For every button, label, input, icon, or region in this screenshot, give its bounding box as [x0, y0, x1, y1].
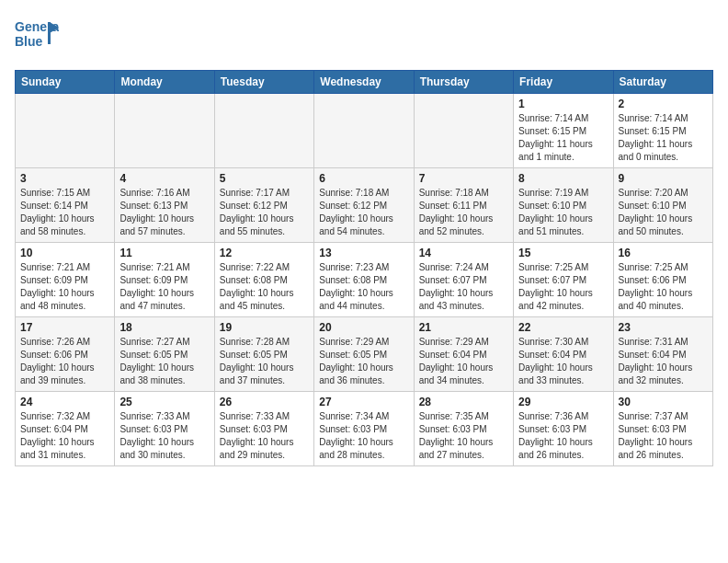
- day-number: 28: [419, 396, 508, 408]
- day-info: Sunrise: 7:23 AM Sunset: 6:08 PM Dayligh…: [319, 261, 408, 313]
- calendar-cell: [214, 94, 313, 168]
- day-info: Sunrise: 7:14 AM Sunset: 6:15 PM Dayligh…: [518, 112, 608, 164]
- weekday-header-saturday: Saturday: [613, 71, 712, 94]
- calendar-table: SundayMondayTuesdayWednesdayThursdayFrid…: [15, 70, 713, 466]
- day-number: 18: [119, 321, 209, 334]
- calendar-cell: 27Sunrise: 7:34 AM Sunset: 6:03 PM Dayli…: [314, 392, 414, 466]
- calendar-cell: 15Sunrise: 7:25 AM Sunset: 6:07 PM Dayli…: [514, 243, 613, 317]
- calendar-cell: [414, 94, 513, 168]
- day-info: Sunrise: 7:17 AM Sunset: 6:12 PM Dayligh…: [220, 187, 309, 238]
- day-number: 26: [220, 396, 309, 408]
- calendar-cell: 11Sunrise: 7:21 AM Sunset: 6:09 PM Dayli…: [115, 243, 214, 317]
- weekday-header-row: SundayMondayTuesdayWednesdayThursdayFrid…: [16, 71, 713, 94]
- day-number: 27: [319, 396, 408, 408]
- day-number: 30: [619, 396, 708, 408]
- day-number: 10: [20, 247, 109, 259]
- calendar-cell: 12Sunrise: 7:22 AM Sunset: 6:08 PM Dayli…: [214, 243, 313, 317]
- day-number: 11: [119, 247, 209, 259]
- day-info: Sunrise: 7:14 AM Sunset: 6:15 PM Dayligh…: [619, 112, 708, 164]
- day-number: 20: [319, 321, 408, 334]
- day-number: 12: [220, 247, 309, 259]
- svg-text:Blue: Blue: [15, 34, 43, 49]
- day-number: 14: [419, 247, 508, 259]
- calendar-cell: 5Sunrise: 7:17 AM Sunset: 6:12 PM Daylig…: [214, 168, 313, 243]
- day-info: Sunrise: 7:31 AM Sunset: 6:04 PM Dayligh…: [619, 336, 708, 387]
- day-info: Sunrise: 7:34 AM Sunset: 6:03 PM Dayligh…: [319, 410, 408, 462]
- day-number: 2: [619, 98, 708, 110]
- logo: General Blue: [15, 15, 59, 59]
- calendar-cell: 8Sunrise: 7:19 AM Sunset: 6:10 PM Daylig…: [514, 168, 613, 243]
- calendar-cell: 14Sunrise: 7:24 AM Sunset: 6:07 PM Dayli…: [414, 243, 513, 317]
- day-number: 15: [518, 247, 608, 259]
- day-info: Sunrise: 7:28 AM Sunset: 6:05 PM Dayligh…: [220, 336, 309, 387]
- calendar-week-row: 3Sunrise: 7:15 AM Sunset: 6:14 PM Daylig…: [16, 168, 713, 243]
- calendar-cell: 4Sunrise: 7:16 AM Sunset: 6:13 PM Daylig…: [115, 168, 214, 243]
- calendar-cell: 24Sunrise: 7:32 AM Sunset: 6:04 PM Dayli…: [16, 392, 115, 466]
- calendar-cell: 13Sunrise: 7:23 AM Sunset: 6:08 PM Dayli…: [314, 243, 414, 317]
- day-info: Sunrise: 7:32 AM Sunset: 6:04 PM Dayligh…: [20, 410, 109, 462]
- weekday-header-wednesday: Wednesday: [314, 71, 414, 94]
- page-header: General Blue: [15, 15, 713, 59]
- day-number: 3: [20, 172, 109, 185]
- day-info: Sunrise: 7:18 AM Sunset: 6:11 PM Dayligh…: [419, 187, 508, 238]
- calendar-cell: 1Sunrise: 7:14 AM Sunset: 6:15 PM Daylig…: [514, 94, 613, 168]
- calendar-cell: 19Sunrise: 7:28 AM Sunset: 6:05 PM Dayli…: [214, 317, 313, 392]
- day-info: Sunrise: 7:21 AM Sunset: 6:09 PM Dayligh…: [20, 261, 109, 313]
- day-number: 5: [220, 172, 309, 185]
- day-info: Sunrise: 7:21 AM Sunset: 6:09 PM Dayligh…: [119, 261, 209, 313]
- svg-rect-3: [48, 22, 51, 44]
- calendar-cell: 7Sunrise: 7:18 AM Sunset: 6:11 PM Daylig…: [414, 168, 513, 243]
- calendar-week-row: 1Sunrise: 7:14 AM Sunset: 6:15 PM Daylig…: [16, 94, 713, 168]
- day-number: 16: [619, 247, 708, 259]
- calendar-cell: 25Sunrise: 7:33 AM Sunset: 6:03 PM Dayli…: [115, 392, 214, 466]
- calendar-cell: [314, 94, 414, 168]
- day-number: 13: [319, 247, 408, 259]
- calendar-week-row: 24Sunrise: 7:32 AM Sunset: 6:04 PM Dayli…: [16, 392, 713, 466]
- day-info: Sunrise: 7:25 AM Sunset: 6:06 PM Dayligh…: [619, 261, 708, 313]
- day-info: Sunrise: 7:18 AM Sunset: 6:12 PM Dayligh…: [319, 187, 408, 238]
- day-info: Sunrise: 7:25 AM Sunset: 6:07 PM Dayligh…: [518, 261, 608, 313]
- calendar-cell: 30Sunrise: 7:37 AM Sunset: 6:03 PM Dayli…: [613, 392, 712, 466]
- day-info: Sunrise: 7:33 AM Sunset: 6:03 PM Dayligh…: [220, 410, 309, 462]
- weekday-header-thursday: Thursday: [414, 71, 513, 94]
- day-info: Sunrise: 7:15 AM Sunset: 6:14 PM Dayligh…: [20, 187, 109, 238]
- calendar-cell: [16, 94, 115, 168]
- calendar-cell: 6Sunrise: 7:18 AM Sunset: 6:12 PM Daylig…: [314, 168, 414, 243]
- logo-icon: General Blue: [15, 15, 59, 59]
- day-info: Sunrise: 7:29 AM Sunset: 6:05 PM Dayligh…: [319, 336, 408, 387]
- calendar-cell: 2Sunrise: 7:14 AM Sunset: 6:15 PM Daylig…: [613, 94, 712, 168]
- day-info: Sunrise: 7:33 AM Sunset: 6:03 PM Dayligh…: [119, 410, 209, 462]
- day-number: 17: [20, 321, 109, 334]
- day-number: 4: [119, 172, 209, 185]
- day-info: Sunrise: 7:36 AM Sunset: 6:03 PM Dayligh…: [518, 410, 608, 462]
- day-number: 25: [119, 396, 209, 408]
- calendar-cell: 28Sunrise: 7:35 AM Sunset: 6:03 PM Dayli…: [414, 392, 513, 466]
- calendar-cell: [115, 94, 214, 168]
- calendar-cell: 26Sunrise: 7:33 AM Sunset: 6:03 PM Dayli…: [214, 392, 313, 466]
- day-number: 6: [319, 172, 408, 185]
- day-number: 8: [518, 172, 608, 185]
- calendar-cell: 21Sunrise: 7:29 AM Sunset: 6:04 PM Dayli…: [414, 317, 513, 392]
- day-number: 1: [518, 98, 608, 110]
- calendar-cell: 18Sunrise: 7:27 AM Sunset: 6:05 PM Dayli…: [115, 317, 214, 392]
- day-number: 21: [419, 321, 508, 334]
- day-number: 19: [220, 321, 309, 334]
- weekday-header-tuesday: Tuesday: [214, 71, 313, 94]
- day-info: Sunrise: 7:29 AM Sunset: 6:04 PM Dayligh…: [419, 336, 508, 387]
- day-info: Sunrise: 7:16 AM Sunset: 6:13 PM Dayligh…: [119, 187, 209, 238]
- calendar-cell: 9Sunrise: 7:20 AM Sunset: 6:10 PM Daylig…: [613, 168, 712, 243]
- weekday-header-sunday: Sunday: [16, 71, 115, 94]
- day-number: 22: [518, 321, 608, 334]
- day-number: 24: [20, 396, 109, 408]
- calendar-cell: 10Sunrise: 7:21 AM Sunset: 6:09 PM Dayli…: [16, 243, 115, 317]
- weekday-header-friday: Friday: [514, 71, 613, 94]
- calendar-cell: 22Sunrise: 7:30 AM Sunset: 6:04 PM Dayli…: [514, 317, 613, 392]
- calendar-cell: 16Sunrise: 7:25 AM Sunset: 6:06 PM Dayli…: [613, 243, 712, 317]
- day-info: Sunrise: 7:26 AM Sunset: 6:06 PM Dayligh…: [20, 336, 109, 387]
- day-info: Sunrise: 7:24 AM Sunset: 6:07 PM Dayligh…: [419, 261, 508, 313]
- day-info: Sunrise: 7:20 AM Sunset: 6:10 PM Dayligh…: [619, 187, 708, 238]
- weekday-header-monday: Monday: [115, 71, 214, 94]
- calendar-cell: 17Sunrise: 7:26 AM Sunset: 6:06 PM Dayli…: [16, 317, 115, 392]
- calendar-cell: 20Sunrise: 7:29 AM Sunset: 6:05 PM Dayli…: [314, 317, 414, 392]
- day-number: 9: [619, 172, 708, 185]
